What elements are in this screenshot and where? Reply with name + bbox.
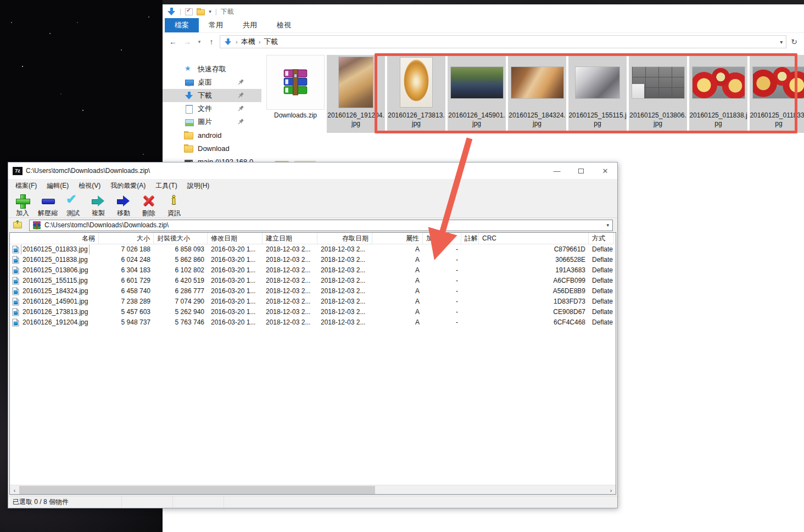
row-attributes: A <box>372 307 423 317</box>
downloads-window-icon <box>167 7 176 16</box>
sidebar-item[interactable]: 圖片 <box>163 115 261 128</box>
window-title: 下載 <box>221 7 234 16</box>
close-button[interactable]: ✕ <box>593 163 617 179</box>
column-header[interactable]: 方式 <box>589 233 614 244</box>
column-header[interactable]: 修改日期 <box>208 233 263 244</box>
table-row[interactable]: 20160126_191204.jpg 5 948 737 5 763 746 … <box>10 317 616 328</box>
horizontal-scrollbar[interactable]: ‹ › <box>10 485 616 494</box>
row-file-name: 20160125_155115.jpg <box>21 276 89 286</box>
toolbar-icon <box>15 194 30 208</box>
sidebar-item[interactable]: Download <box>163 142 261 155</box>
breadcrumb-root[interactable]: 本機 <box>241 37 255 47</box>
toolbar-label: 解壓縮 <box>38 209 58 218</box>
row-crc: 191A3683 <box>479 265 589 276</box>
sidebar-item-icon <box>185 131 193 139</box>
table-row[interactable]: 20160125_011838.jpg 6 024 248 5 862 860 … <box>10 255 616 265</box>
combobox-dropdown-icon[interactable]: ▾ <box>606 222 610 228</box>
sidebar-item-label: 下載 <box>198 91 212 100</box>
toolbar-button[interactable]: 解壓縮 <box>36 194 60 218</box>
row-created: 2018-12-03 2... <box>263 255 317 265</box>
row-attributes: A <box>372 317 423 328</box>
row-comment <box>461 265 479 276</box>
explorer-titlebar[interactable]: | ▾ | 下載 <box>163 4 804 19</box>
address-dropdown-icon[interactable]: ▾ <box>780 39 783 45</box>
image-file-icon <box>12 287 19 295</box>
sidebar-item-label: android <box>198 131 221 139</box>
ribbon-tab[interactable]: 共用 <box>233 18 267 32</box>
toolbar-label: 刪除 <box>142 209 155 218</box>
parent-folder-button[interactable] <box>10 219 25 231</box>
ribbon-tab[interactable]: 常用 <box>199 18 233 32</box>
table-row[interactable]: 20160126_173813.jpg 5 457 603 5 262 940 … <box>10 307 616 317</box>
toolbar-button[interactable]: 刪除 <box>137 194 161 218</box>
table-row[interactable]: 20160125_184324.jpg 6 458 740 6 286 777 … <box>10 286 616 296</box>
menu-item[interactable]: 編輯(E) <box>42 181 74 191</box>
sidebar-item-label: 圖片 <box>198 117 212 127</box>
properties-icon[interactable] <box>185 8 193 15</box>
row-comment <box>461 307 479 317</box>
new-folder-icon[interactable] <box>197 9 205 15</box>
history-chevron-icon[interactable]: ▾ <box>196 36 203 48</box>
toolbar-button[interactable]: 測試 <box>61 194 85 218</box>
sidebar-item[interactable]: 文件 <box>163 102 261 115</box>
list-rows: 20160125_011833.jpg 7 026 188 6 858 093 … <box>10 244 616 485</box>
column-header[interactable]: CRC <box>479 233 589 244</box>
ribbon-tab[interactable]: 檢視 <box>267 18 301 32</box>
sevenzip-titlebar[interactable]: 7z C:\Users\tomcl\Downloads\Downloads.zi… <box>8 163 617 179</box>
row-method: Deflate <box>589 255 614 265</box>
menu-item[interactable]: 工具(T) <box>150 181 182 191</box>
sidebar-item-label: 快速存取 <box>198 64 226 74</box>
column-header[interactable]: 存取日期 <box>317 233 372 244</box>
column-header[interactable]: 建立日期 <box>263 233 317 244</box>
ribbon-tab[interactable]: 檔案 <box>165 18 199 32</box>
column-header[interactable]: 大小 <box>99 233 154 244</box>
row-accessed: 2018-12-03 2... <box>317 296 372 307</box>
address-bar[interactable]: › 本機 › 下載 ▾ <box>220 35 786 48</box>
sidebar-item-icon <box>185 65 193 74</box>
toolbar-button[interactable]: 加入 <box>10 194 35 218</box>
sidebar-item[interactable]: 下載 <box>163 89 261 102</box>
zip-archive-icon <box>283 69 308 96</box>
sidebar-item[interactable]: 快速存取 <box>163 63 261 76</box>
table-row[interactable]: 20160126_145901.jpg 7 238 289 7 074 290 … <box>10 296 616 307</box>
menu-item[interactable]: 說明(H) <box>182 181 215 191</box>
qat-chevron-icon[interactable]: ▾ <box>209 9 211 14</box>
archive-path-combobox[interactable]: C:\Users\tomcl\Downloads\Downloads.zip\ … <box>29 220 613 231</box>
row-encrypted: - <box>423 317 461 328</box>
table-row[interactable]: 20160125_155115.jpg 6 601 729 6 420 519 … <box>10 276 616 286</box>
downloads-icon <box>224 38 232 46</box>
image-file-icon <box>12 266 19 275</box>
toolbar-label: 移動 <box>117 209 130 218</box>
refresh-icon[interactable]: ↻ <box>789 37 800 46</box>
row-comment <box>461 276 479 286</box>
sidebar-item[interactable]: android <box>163 128 261 142</box>
scroll-left-icon[interactable]: ‹ <box>10 485 19 495</box>
column-header[interactable]: 名稱 <box>10 233 99 244</box>
row-comment <box>461 317 479 328</box>
pin-icon <box>237 79 244 86</box>
row-file-name: 20160126_145901.jpg <box>21 296 89 307</box>
up-button[interactable]: ↑ <box>205 36 217 48</box>
breadcrumb-current[interactable]: 下載 <box>264 37 278 47</box>
maximize-button[interactable] <box>569 163 593 179</box>
scroll-right-icon[interactable]: › <box>606 485 616 495</box>
row-file-name: 20160126_173813.jpg <box>21 307 89 317</box>
toolbar-button[interactable]: 複製 <box>86 194 110 218</box>
scrollbar-thumb[interactable] <box>19 486 375 494</box>
back-button[interactable]: ← <box>167 36 179 48</box>
table-row[interactable]: 20160125_013806.jpg 6 304 183 6 102 802 … <box>10 265 616 276</box>
column-header[interactable]: 封裝後大小 <box>154 233 208 244</box>
sidebar-item[interactable]: 桌面 <box>163 76 261 89</box>
table-row[interactable]: 20160125_011833.jpg 7 026 188 6 858 093 … <box>10 244 616 255</box>
minimize-button[interactable]: — <box>545 163 569 179</box>
file-tile[interactable]: Downloads.zip <box>266 55 325 133</box>
menu-item[interactable]: 檢視(V) <box>74 181 105 191</box>
row-crc: A56DE8B9 <box>479 286 589 296</box>
forward-button[interactable]: → <box>181 36 193 48</box>
row-attributes: A <box>372 265 423 276</box>
toolbar-button[interactable]: 移動 <box>111 194 136 218</box>
menu-item[interactable]: 我的最愛(A) <box>105 181 150 191</box>
menu-item[interactable]: 檔案(F) <box>10 181 42 191</box>
quick-access-toolbar: | ▾ | 下載 <box>167 7 234 16</box>
toolbar-button[interactable]: 資訊 <box>162 194 186 218</box>
